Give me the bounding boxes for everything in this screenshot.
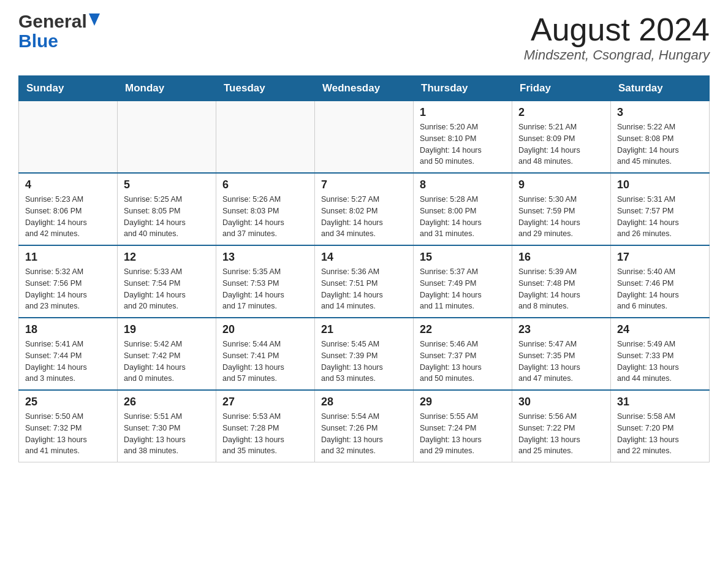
column-header-monday: Monday [118, 76, 216, 101]
calendar-cell: 22Sunrise: 5:46 AM Sunset: 7:37 PM Dayli… [414, 318, 512, 390]
calendar-cell [118, 101, 216, 174]
day-info: Sunrise: 5:37 AM Sunset: 7:49 PM Dayligh… [420, 266, 506, 312]
calendar-week-row: 18Sunrise: 5:41 AM Sunset: 7:44 PM Dayli… [19, 318, 710, 390]
day-number: 14 [321, 251, 407, 264]
day-number: 9 [518, 178, 604, 191]
calendar-table: SundayMondayTuesdayWednesdayThursdayFrid… [18, 75, 710, 462]
day-number: 25 [25, 396, 111, 408]
calendar-cell: 15Sunrise: 5:37 AM Sunset: 7:49 PM Dayli… [414, 245, 512, 318]
day-info: Sunrise: 5:41 AM Sunset: 7:44 PM Dayligh… [25, 339, 111, 385]
day-info: Sunrise: 5:53 AM Sunset: 7:28 PM Dayligh… [222, 411, 308, 457]
day-info: Sunrise: 5:47 AM Sunset: 7:35 PM Dayligh… [518, 339, 604, 385]
calendar-cell: 21Sunrise: 5:45 AM Sunset: 7:39 PM Dayli… [315, 318, 414, 390]
calendar-cell: 6Sunrise: 5:26 AM Sunset: 8:03 PM Daylig… [216, 173, 315, 245]
calendar-cell: 8Sunrise: 5:28 AM Sunset: 8:00 PM Daylig… [414, 173, 512, 245]
day-number: 8 [420, 178, 506, 191]
day-number: 18 [25, 323, 111, 336]
calendar-header-row: SundayMondayTuesdayWednesdayThursdayFrid… [19, 76, 710, 101]
day-info: Sunrise: 5:23 AM Sunset: 8:06 PM Dayligh… [25, 194, 111, 240]
day-info: Sunrise: 5:49 AM Sunset: 7:33 PM Dayligh… [617, 339, 703, 385]
calendar-cell: 2Sunrise: 5:21 AM Sunset: 8:09 PM Daylig… [512, 101, 611, 174]
day-info: Sunrise: 5:31 AM Sunset: 7:57 PM Dayligh… [617, 194, 703, 240]
logo-blue-text: Blue [18, 31, 58, 52]
day-info: Sunrise: 5:45 AM Sunset: 7:39 PM Dayligh… [321, 339, 407, 385]
calendar-cell: 27Sunrise: 5:53 AM Sunset: 7:28 PM Dayli… [216, 390, 315, 462]
calendar-cell: 24Sunrise: 5:49 AM Sunset: 7:33 PM Dayli… [611, 318, 710, 390]
title-area: August 2024 Mindszent, Csongrad, Hungary [524, 12, 710, 63]
day-info: Sunrise: 5:21 AM Sunset: 8:09 PM Dayligh… [518, 121, 604, 167]
day-number: 13 [222, 251, 308, 264]
day-number: 10 [617, 178, 703, 191]
day-number: 27 [222, 396, 308, 408]
day-number: 7 [321, 178, 407, 191]
calendar-week-row: 4Sunrise: 5:23 AM Sunset: 8:06 PM Daylig… [19, 173, 710, 245]
day-number: 17 [617, 251, 703, 264]
calendar-cell: 30Sunrise: 5:56 AM Sunset: 7:22 PM Dayli… [512, 390, 611, 462]
month-title: August 2024 [524, 12, 710, 47]
day-number: 4 [25, 178, 111, 191]
calendar-cell: 23Sunrise: 5:47 AM Sunset: 7:35 PM Dayli… [512, 318, 611, 390]
calendar-cell: 7Sunrise: 5:27 AM Sunset: 8:02 PM Daylig… [315, 173, 414, 245]
day-info: Sunrise: 5:25 AM Sunset: 8:05 PM Dayligh… [124, 194, 210, 240]
calendar-cell: 25Sunrise: 5:50 AM Sunset: 7:32 PM Dayli… [19, 390, 118, 462]
day-info: Sunrise: 5:51 AM Sunset: 7:30 PM Dayligh… [124, 411, 210, 457]
page-header: General Blue August 2024 Mindszent, Cson… [18, 12, 710, 63]
calendar-week-row: 1Sunrise: 5:20 AM Sunset: 8:10 PM Daylig… [19, 101, 710, 174]
calendar-cell [216, 101, 315, 174]
day-number: 31 [617, 396, 703, 408]
day-info: Sunrise: 5:35 AM Sunset: 7:53 PM Dayligh… [222, 266, 308, 312]
day-number: 15 [420, 251, 506, 264]
logo: General Blue [18, 12, 100, 52]
day-info: Sunrise: 5:27 AM Sunset: 8:02 PM Dayligh… [321, 194, 407, 240]
day-number: 23 [518, 323, 604, 336]
calendar-cell: 14Sunrise: 5:36 AM Sunset: 7:51 PM Dayli… [315, 245, 414, 318]
calendar-cell: 19Sunrise: 5:42 AM Sunset: 7:42 PM Dayli… [118, 318, 216, 390]
day-info: Sunrise: 5:32 AM Sunset: 7:56 PM Dayligh… [25, 266, 111, 312]
calendar-cell: 5Sunrise: 5:25 AM Sunset: 8:05 PM Daylig… [118, 173, 216, 245]
day-info: Sunrise: 5:42 AM Sunset: 7:42 PM Dayligh… [124, 339, 210, 385]
day-info: Sunrise: 5:22 AM Sunset: 8:08 PM Dayligh… [617, 121, 703, 167]
day-number: 12 [124, 251, 210, 264]
calendar-cell [19, 101, 118, 174]
day-number: 26 [124, 396, 210, 408]
day-number: 16 [518, 251, 604, 264]
calendar-cell: 28Sunrise: 5:54 AM Sunset: 7:26 PM Dayli… [315, 390, 414, 462]
day-info: Sunrise: 5:46 AM Sunset: 7:37 PM Dayligh… [420, 339, 506, 385]
day-info: Sunrise: 5:36 AM Sunset: 7:51 PM Dayligh… [321, 266, 407, 312]
calendar-cell: 12Sunrise: 5:33 AM Sunset: 7:54 PM Dayli… [118, 245, 216, 318]
location-title: Mindszent, Csongrad, Hungary [524, 47, 710, 63]
calendar-cell: 4Sunrise: 5:23 AM Sunset: 8:06 PM Daylig… [19, 173, 118, 245]
day-info: Sunrise: 5:39 AM Sunset: 7:48 PM Dayligh… [518, 266, 604, 312]
calendar-week-row: 25Sunrise: 5:50 AM Sunset: 7:32 PM Dayli… [19, 390, 710, 462]
day-number: 1 [420, 106, 506, 119]
column-header-tuesday: Tuesday [216, 76, 315, 101]
logo-arrow-icon [89, 13, 100, 28]
day-info: Sunrise: 5:55 AM Sunset: 7:24 PM Dayligh… [420, 411, 506, 457]
calendar-cell: 1Sunrise: 5:20 AM Sunset: 8:10 PM Daylig… [414, 101, 512, 174]
day-number: 21 [321, 323, 407, 336]
day-number: 6 [222, 178, 308, 191]
day-number: 29 [420, 396, 506, 408]
calendar-cell: 18Sunrise: 5:41 AM Sunset: 7:44 PM Dayli… [19, 318, 118, 390]
day-info: Sunrise: 5:28 AM Sunset: 8:00 PM Dayligh… [420, 194, 506, 240]
day-number: 30 [518, 396, 604, 408]
day-info: Sunrise: 5:20 AM Sunset: 8:10 PM Dayligh… [420, 121, 506, 167]
day-number: 11 [25, 251, 111, 264]
calendar-cell: 9Sunrise: 5:30 AM Sunset: 7:59 PM Daylig… [512, 173, 611, 245]
day-number: 20 [222, 323, 308, 336]
day-number: 22 [420, 323, 506, 336]
day-number: 5 [124, 178, 210, 191]
day-number: 28 [321, 396, 407, 408]
calendar-cell: 3Sunrise: 5:22 AM Sunset: 8:08 PM Daylig… [611, 101, 710, 174]
calendar-cell: 26Sunrise: 5:51 AM Sunset: 7:30 PM Dayli… [118, 390, 216, 462]
logo-general-text: General [18, 12, 87, 31]
column-header-thursday: Thursday [414, 76, 512, 101]
day-info: Sunrise: 5:54 AM Sunset: 7:26 PM Dayligh… [321, 411, 407, 457]
column-header-sunday: Sunday [19, 76, 118, 101]
svg-marker-0 [89, 13, 100, 26]
calendar-cell: 16Sunrise: 5:39 AM Sunset: 7:48 PM Dayli… [512, 245, 611, 318]
calendar-cell [315, 101, 414, 174]
day-info: Sunrise: 5:33 AM Sunset: 7:54 PM Dayligh… [124, 266, 210, 312]
day-info: Sunrise: 5:50 AM Sunset: 7:32 PM Dayligh… [25, 411, 111, 457]
day-info: Sunrise: 5:26 AM Sunset: 8:03 PM Dayligh… [222, 194, 308, 240]
